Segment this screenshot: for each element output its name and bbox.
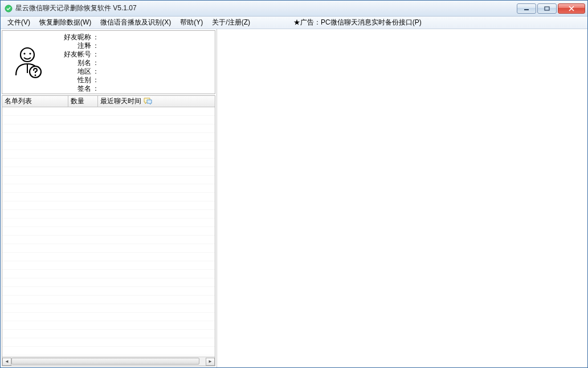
content-area: 好友昵称： 注释： 好友帐号： 别名： 地区： 性别： <box>1 29 587 367</box>
scroll-left-arrow-icon[interactable]: ◄ <box>2 358 11 366</box>
right-pane <box>217 29 587 367</box>
svg-rect-2 <box>545 7 549 10</box>
avatar-placeholder-icon <box>7 41 48 82</box>
info-row-signature: 签名： <box>56 84 213 93</box>
menu-about[interactable]: 关于/注册(Z) <box>207 17 255 29</box>
minimize-button[interactable] <box>517 3 536 14</box>
menubar: 文件(V) 恢复删除数据(W) 微信语音播放及识别(X) 帮助(Y) 关于/注册… <box>1 17 587 29</box>
titlebar: 星云微信聊天记录删除恢复软件 V5.1.07 <box>1 1 587 17</box>
info-row-account: 好友帐号： <box>56 50 213 59</box>
column-name-list[interactable]: 名单列表 <box>2 96 68 107</box>
menu-file[interactable]: 文件(V) <box>3 17 35 29</box>
info-row-region: 地区： <box>56 67 213 76</box>
info-row-nickname: 好友昵称： <box>56 33 213 42</box>
friend-info-labels: 好友昵称： 注释： 好友帐号： 别名： 地区： 性别： <box>48 33 213 91</box>
maximize-button[interactable] <box>537 3 557 14</box>
info-row-note: 注释： <box>56 42 213 50</box>
grid-body[interactable] <box>2 107 215 357</box>
left-pane: 好友昵称： 注释： 好友帐号： 别名： 地区： 性别： <box>1 29 217 367</box>
menu-recover[interactable]: 恢复删除数据(W) <box>35 17 96 29</box>
column-count[interactable]: 数量 <box>68 96 98 107</box>
menu-voice[interactable]: 微信语音播放及识别(X) <box>96 17 175 29</box>
menu-ad[interactable]: ★广告：PC微信聊天消息实时备份接口(P) <box>289 17 426 29</box>
horizontal-scrollbar[interactable]: ◄ ► <box>2 357 215 366</box>
friend-info-panel: 好友昵称： 注释： 好友帐号： 别名： 地区： 性别： <box>2 30 215 94</box>
svg-point-7 <box>35 75 36 76</box>
window-controls <box>517 3 585 14</box>
info-row-gender: 性别： <box>56 76 213 84</box>
signature-label: 签名 <box>56 84 91 94</box>
contact-grid: 名单列表 数量 最近聊天时间 <box>2 95 215 366</box>
scroll-right-arrow-icon[interactable]: ► <box>206 358 215 366</box>
window-title: 星云微信聊天记录删除恢复软件 V5.1.07 <box>15 3 517 13</box>
app-icon <box>4 4 13 13</box>
svg-point-4 <box>23 52 25 54</box>
column-last-chat[interactable]: 最近聊天时间 <box>98 96 215 107</box>
svg-point-5 <box>29 52 31 54</box>
app-window: 星云微信聊天记录删除恢复软件 V5.1.07 文件(V) 恢复删除数据(W) 微… <box>0 0 588 368</box>
close-button[interactable] <box>558 3 585 14</box>
grid-header: 名单列表 数量 最近聊天时间 <box>2 96 215 107</box>
info-row-alias: 别名： <box>56 59 213 67</box>
chat-bubble-icon <box>144 98 153 106</box>
scrollbar-thumb[interactable] <box>11 358 199 365</box>
scrollbar-track[interactable] <box>11 358 206 366</box>
menu-help[interactable]: 帮助(Y) <box>175 17 207 29</box>
